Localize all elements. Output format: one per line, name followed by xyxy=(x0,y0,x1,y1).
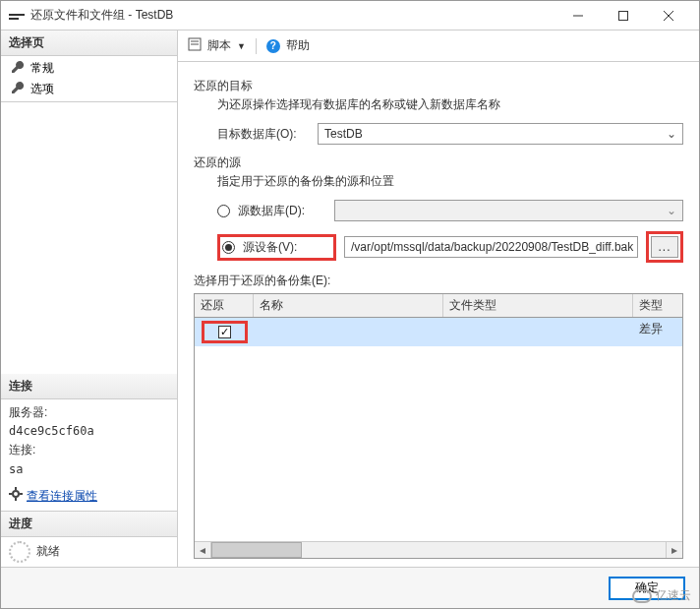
source-db-radio-row: 源数据库(D): ⌄ xyxy=(217,200,683,221)
wrench-icon xyxy=(11,60,25,77)
source-device-path-field[interactable]: /var/opt/mssql/data/backup/20220908/Test… xyxy=(344,236,638,258)
horizontal-scrollbar[interactable]: ◂ ▸ xyxy=(195,541,682,558)
col-type[interactable]: 类型 xyxy=(633,294,682,317)
sidebar-item-label: 选项 xyxy=(30,81,54,97)
watermark: 亿速云 xyxy=(632,587,691,604)
col-filetype[interactable]: 文件类型 xyxy=(443,294,633,317)
script-icon xyxy=(188,37,202,54)
source-db-radio-label: 源数据库(D): xyxy=(238,203,326,219)
gear-icon xyxy=(9,487,23,507)
watermark-text: 亿速云 xyxy=(656,587,691,604)
chevron-down-icon[interactable]: ▼ xyxy=(237,41,246,51)
dialog-body: 选择页 常规 选项 xyxy=(1,30,699,567)
backupsets-table: 还原 名称 文件类型 类型 xyxy=(194,293,683,559)
toolbar: 脚本 ▼ ? 帮助 xyxy=(178,30,699,62)
scroll-right-icon[interactable]: ▸ xyxy=(666,542,682,558)
highlight-browse: ... xyxy=(646,231,683,263)
source-db-combo: ⌄ xyxy=(334,200,683,221)
connection-value: sa xyxy=(9,460,169,479)
source-device-path: /var/opt/mssql/data/backup/20220908/Test… xyxy=(351,240,633,254)
source-device-radio-label: 源设备(V): xyxy=(243,239,331,256)
minimize-button[interactable] xyxy=(555,1,601,30)
close-button[interactable] xyxy=(646,1,691,30)
titlebar: 还原文件和文件组 - TestDB xyxy=(1,1,699,30)
browse-button[interactable]: ... xyxy=(651,236,678,258)
chevron-down-icon: ⌄ xyxy=(667,204,676,217)
source-db-radio[interactable] xyxy=(217,205,230,217)
sidebar-item-general[interactable]: 常规 xyxy=(1,58,177,79)
sidebar-item-options[interactable]: 选项 xyxy=(1,79,177,99)
window-title: 还原文件和文件组 - TestDB xyxy=(30,7,555,24)
col-restore[interactable]: 还原 xyxy=(195,294,254,317)
table-row[interactable]: 差异 xyxy=(195,318,682,346)
connection-header: 连接 xyxy=(1,374,177,399)
help-button[interactable]: 帮助 xyxy=(286,37,310,54)
progress-status: 就绪 xyxy=(36,542,60,561)
cloud-icon xyxy=(632,589,652,603)
target-db-combo[interactable]: TestDB ⌄ xyxy=(318,123,683,145)
server-value: d4ce9c5cf60a xyxy=(9,422,169,441)
scroll-thumb[interactable] xyxy=(211,542,302,558)
window-buttons xyxy=(555,1,691,30)
source-subtitle: 指定用于还原的备份集的源和位置 xyxy=(217,173,683,190)
app-icon xyxy=(9,11,25,21)
dialog-window: 还原文件和文件组 - TestDB 选择页 xyxy=(0,0,700,609)
highlight-restore-checkbox xyxy=(202,321,248,343)
table-header: 还原 名称 文件类型 类型 xyxy=(195,294,682,318)
select-page-header: 选择页 xyxy=(1,30,177,56)
scroll-track[interactable] xyxy=(211,542,666,558)
restore-checkbox[interactable] xyxy=(218,326,231,338)
progress-header: 进度 xyxy=(1,512,177,537)
target-title: 还原的目标 xyxy=(194,78,683,94)
source-device-radio[interactable] xyxy=(222,241,235,254)
spinner-icon xyxy=(9,541,30,563)
cell-filetype xyxy=(443,318,633,346)
source-title: 还原的源 xyxy=(194,154,683,171)
dialog-footer: 确定 亿速云 xyxy=(1,567,699,608)
target-db-label: 目标数据库(O): xyxy=(217,126,310,143)
chevron-down-icon: ⌄ xyxy=(667,127,676,141)
script-button[interactable]: 脚本 xyxy=(207,37,231,54)
sidebar-item-label: 常规 xyxy=(30,60,54,77)
target-db-value: TestDB xyxy=(324,127,363,141)
scroll-left-icon[interactable]: ◂ xyxy=(195,542,211,558)
connection-info: 服务器: d4ce9c5cf60a 连接: sa 查看连接属性 xyxy=(1,399,177,511)
col-name[interactable]: 名称 xyxy=(254,294,443,317)
select-backupsets-label: 选择用于还原的备份集(E): xyxy=(194,273,683,289)
view-connection-props-link[interactable]: 查看连接属性 xyxy=(27,487,97,506)
svg-point-6 xyxy=(13,491,19,497)
main-panel: 脚本 ▼ ? 帮助 还原的目标 为还原操作选择现有数据库的名称或键入新数据库名称… xyxy=(178,30,699,567)
server-label: 服务器: xyxy=(9,403,169,422)
cell-type: 差异 xyxy=(633,318,682,346)
svg-rect-3 xyxy=(619,11,628,20)
svg-rect-1 xyxy=(9,18,19,20)
svg-rect-0 xyxy=(9,14,25,16)
separator xyxy=(256,38,257,54)
cell-name xyxy=(254,318,443,346)
content-area: 还原的目标 为还原操作选择现有数据库的名称或键入新数据库名称 目标数据库(O):… xyxy=(178,62,699,567)
sidebar: 选择页 常规 选项 xyxy=(1,30,178,567)
maximize-button[interactable] xyxy=(601,1,646,30)
target-subtitle: 为还原操作选择现有数据库的名称或键入新数据库名称 xyxy=(217,96,683,113)
connection-label: 连接: xyxy=(9,441,169,459)
highlight-source-device: 源设备(V): xyxy=(217,234,336,261)
wrench-icon xyxy=(11,81,25,97)
help-icon: ? xyxy=(266,39,280,53)
table-body: 差异 xyxy=(195,318,682,541)
